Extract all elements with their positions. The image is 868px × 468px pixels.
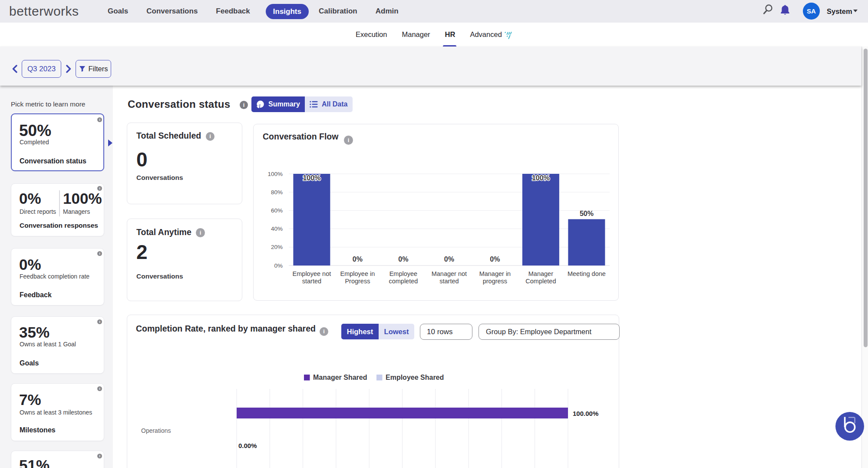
svg-text:Employee Shared: Employee Shared xyxy=(386,374,444,381)
svg-text:60%: 60% xyxy=(271,207,283,214)
svg-text:0%: 0% xyxy=(398,256,408,263)
svg-text:100.00%: 100.00% xyxy=(573,410,598,417)
svg-text:40%: 40% xyxy=(271,226,283,232)
svg-text:50%: 50% xyxy=(580,210,594,217)
svg-text:progress: progress xyxy=(483,278,507,285)
svg-text:Employee not: Employee not xyxy=(293,270,331,277)
svg-text:Manager not: Manager not xyxy=(432,270,467,277)
svg-text:0.00%: 0.00% xyxy=(238,442,257,449)
svg-text:0%: 0% xyxy=(353,256,363,263)
svg-text:Progress: Progress xyxy=(345,278,370,285)
svg-text:100%: 100% xyxy=(267,171,283,177)
svg-text:Employee: Employee xyxy=(389,270,417,277)
svg-text:Completed: Completed xyxy=(525,278,556,285)
svg-text:0%: 0% xyxy=(444,256,454,263)
svg-text:started: started xyxy=(439,278,459,285)
svg-text:20%: 20% xyxy=(271,244,283,250)
svg-text:started: started xyxy=(302,278,321,285)
svg-text:Manager Shared: Manager Shared xyxy=(313,374,367,381)
svg-text:Operations: Operations xyxy=(141,427,171,434)
svg-text:Employee in: Employee in xyxy=(340,270,375,277)
svg-text:completed: completed xyxy=(389,278,418,285)
svg-text:Meeting done: Meeting done xyxy=(568,270,606,277)
svg-text:Manager: Manager xyxy=(528,270,553,277)
svg-text:Manager in: Manager in xyxy=(479,270,511,277)
svg-text:0%: 0% xyxy=(490,256,500,263)
svg-text:100%: 100% xyxy=(532,174,550,182)
svg-text:80%: 80% xyxy=(271,189,283,196)
svg-text:0%: 0% xyxy=(274,262,283,269)
svg-text:100%: 100% xyxy=(303,174,320,182)
